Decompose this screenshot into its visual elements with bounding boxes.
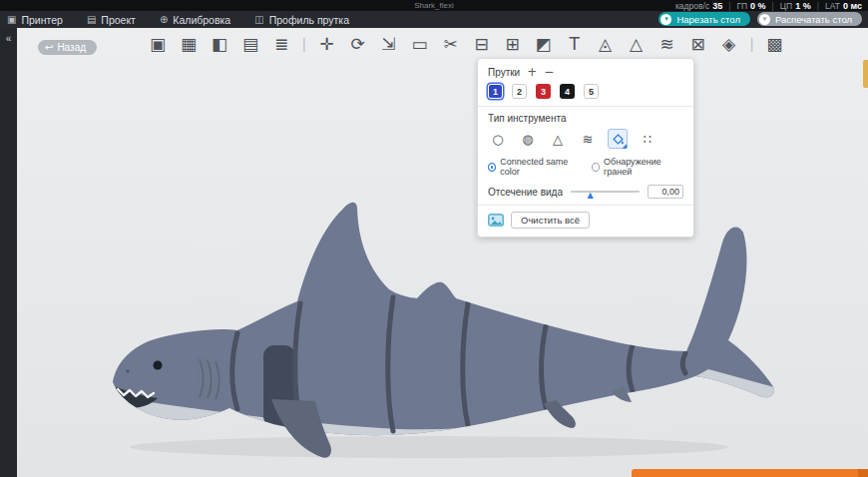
panel-divider	[478, 205, 693, 206]
menu-row: ▣Принтер▤Проект⊕Калибровка◫Профиль прутк…	[0, 11, 868, 28]
plate-settings-icon[interactable]: ▤	[239, 32, 261, 56]
radio-label: Connected same color	[500, 157, 581, 177]
chevron-down-icon[interactable]: ▾	[759, 14, 770, 25]
filaments-header: Прутки + −	[488, 66, 683, 78]
auto-orient-icon[interactable]: ◧	[209, 32, 230, 56]
menu-calibration-icon: ⊕	[160, 14, 168, 25]
measure-icon[interactable]: ◈	[718, 32, 740, 56]
title-row: Shark_flexi кадров/с35|ГП0 %|ЦП1 %|LAT0 …	[0, 0, 868, 11]
filament-swatch-2[interactable]: 2	[512, 84, 527, 99]
radio-label: Обнаружение граней	[604, 157, 683, 177]
back-arrow-icon: ↩	[45, 42, 53, 53]
filament-swatches: 12345	[488, 84, 683, 99]
back-button[interactable]: ↩ Назад	[38, 40, 97, 55]
menu-label: Калибровка	[173, 14, 230, 26]
fill-mode-radios: Connected same colorОбнаружение граней	[488, 157, 683, 177]
menu-project[interactable]: ▤Проект	[87, 14, 136, 26]
filament-swatch-5[interactable]: 5	[584, 84, 599, 99]
menu-printer[interactable]: ▣Принтер	[7, 14, 63, 26]
lay-flat-icon[interactable]: ▭	[409, 32, 431, 56]
stat-value: 1 %	[795, 1, 811, 11]
circle-brush-icon[interactable]: ○	[488, 129, 508, 149]
filaments-label: Прутки	[488, 67, 520, 78]
paint-panel: Прутки + − 12345 Тип инструмента ○◍△≋◢∷ …	[477, 58, 694, 238]
print-plate-label: Распечатать стол	[775, 14, 852, 25]
add-filament-button[interactable]: +	[527, 66, 537, 78]
slice-plate-label: Нарезать стол	[676, 14, 740, 25]
text-icon[interactable]: T	[564, 32, 586, 56]
filament-swatch-4[interactable]: 4	[560, 84, 575, 99]
back-label: Назад	[57, 42, 86, 53]
main-menu: ▣Принтер▤Проект⊕Калибровка◫Профиль прутк…	[7, 14, 373, 26]
stat-value: 35	[712, 1, 722, 11]
support-paint-icon[interactable]: △	[626, 32, 648, 56]
radio-dot	[592, 163, 600, 172]
texture-image-icon[interactable]	[488, 214, 504, 227]
color-paint-icon[interactable]: ◩	[533, 32, 555, 56]
collapse-panel-icon[interactable]: «	[6, 33, 12, 44]
mesh-boolean-icon[interactable]: ⊠	[687, 32, 709, 56]
panel-divider	[478, 106, 693, 107]
stats-divider: |	[728, 1, 730, 11]
print-plate-button[interactable]: ▾ Распечатать стол	[757, 12, 862, 26]
clipping-slider[interactable]: ▲	[571, 191, 640, 193]
stats-divider: |	[772, 1, 774, 11]
triangle-brush-icon[interactable]: △	[548, 129, 568, 149]
notification-bar[interactable]	[632, 469, 868, 477]
stat-value: 0 %	[750, 1, 766, 11]
menu-filament-profile-icon: ◫	[254, 14, 263, 25]
filament-swatch-1[interactable]: 1	[488, 84, 503, 99]
object-list-icon[interactable]: ≣	[270, 32, 292, 56]
left-collapse-strip[interactable]: «	[0, 28, 17, 477]
fill-bucket-icon[interactable]: ◢	[608, 129, 628, 149]
radio-edge-detection[interactable]: Обнаружение граней	[592, 157, 683, 177]
stat-label: кадров/с	[675, 1, 709, 11]
menu-filament-profile[interactable]: ◫Профиль прутка	[254, 14, 349, 26]
tool-type-row: ○◍△≋◢∷	[488, 129, 683, 149]
seam-paint-icon[interactable]: ◬	[595, 32, 617, 56]
menu-label: Проект	[101, 14, 136, 26]
rotate-icon[interactable]: ⟳	[347, 32, 369, 56]
remove-filament-button[interactable]: −	[544, 66, 554, 78]
menu-calibration[interactable]: ⊕Калибровка	[160, 14, 230, 26]
stat-label: ЦП	[780, 1, 792, 11]
sphere-brush-icon[interactable]: ◍	[518, 129, 538, 149]
performance-stats: кадров/с35|ГП0 %|ЦП1 %|LAT0 мс	[675, 1, 862, 11]
titlebar: Shark_flexi кадров/с35|ГП0 %|ЦП1 %|LAT0 …	[0, 0, 868, 28]
clipping-label: Отсечение вида	[488, 187, 563, 198]
stat-item: LAT0 мс	[825, 1, 862, 11]
stats-divider: |	[817, 1, 819, 11]
stat-value: 0 мс	[843, 1, 862, 11]
app-window: Shark_flexi кадров/с35|ГП0 %|ЦП1 %|LAT0 …	[0, 0, 868, 477]
filament-swatch-3[interactable]: 3	[536, 84, 551, 99]
chevron-down-icon[interactable]: ▾	[660, 14, 671, 25]
move-icon[interactable]: ✛	[316, 32, 338, 56]
import-icon[interactable]: ▣	[147, 32, 169, 56]
radio-connected-same-color[interactable]: Connected same color	[488, 157, 582, 177]
stat-item: ГП0 %	[736, 1, 765, 11]
viewport-3d[interactable]: ↩ Назад ▣▦◧▤≣|✛⟳⇲▭✂⊟⊞◩T◬△≋⊠◈|▩ Прутки + …	[17, 28, 868, 477]
slider-handle[interactable]: ▲	[588, 192, 594, 200]
arrange-icon[interactable]: ▦	[178, 32, 200, 56]
clear-row: Очистить всё	[488, 212, 683, 229]
header-actions: ▾ Нарезать стол ▾ Распечатать стол	[658, 12, 862, 26]
variable-layer-icon[interactable]: ≋	[656, 32, 678, 56]
scale-icon[interactable]: ⇲	[378, 32, 400, 56]
radio-dot	[488, 163, 496, 172]
split-parts-icon[interactable]: ⊞	[502, 32, 524, 56]
clear-all-button[interactable]: Очистить всё	[511, 212, 590, 229]
main-toolbar: ▣▦◧▤≣|✛⟳⇲▭✂⊟⊞◩T◬△≋⊠◈|▩	[147, 32, 785, 56]
cut-icon[interactable]: ✂	[440, 32, 462, 56]
split-objects-icon[interactable]: ⊟	[471, 32, 493, 56]
stat-item: кадров/с35	[675, 1, 722, 11]
shark-model[interactable]	[17, 28, 868, 477]
clipping-value-input[interactable]	[648, 185, 683, 199]
clipping-row: Отсечение вида ▲	[488, 185, 683, 199]
side-panel-tab[interactable]	[863, 60, 868, 88]
assembly-view-icon[interactable]: ▩	[763, 32, 785, 56]
slice-plate-button[interactable]: ▾ Нарезать стол	[658, 12, 750, 26]
toolbar-divider: |	[302, 36, 306, 52]
smart-fill-icon[interactable]: ∷	[638, 129, 657, 149]
height-range-icon[interactable]: ≋	[578, 129, 598, 149]
menu-printer-icon: ▣	[7, 14, 16, 25]
